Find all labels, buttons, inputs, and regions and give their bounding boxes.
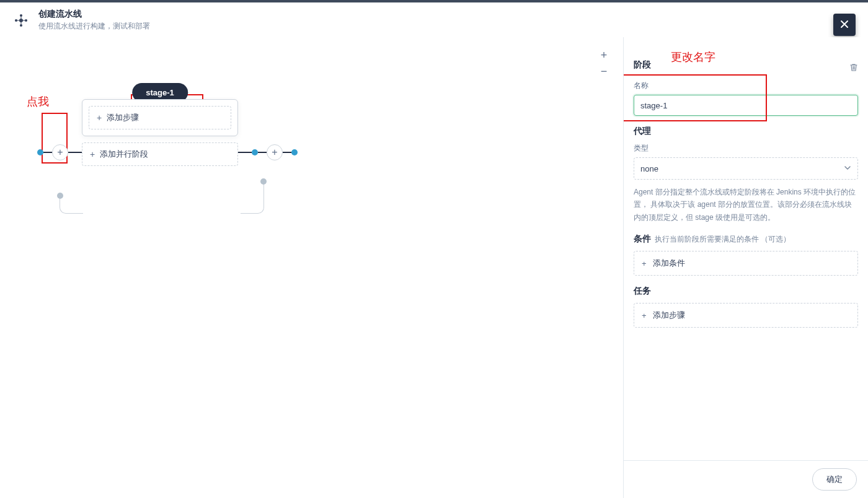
add-condition-label: 添加条件 xyxy=(653,258,685,269)
agent-description: Agent 部分指定整个流水线或特定阶段将在 Jenkins 环境中执行的位置，… xyxy=(634,186,858,224)
stage-name: stage-1 xyxy=(146,88,174,97)
zoom-in-button[interactable]: + xyxy=(596,47,612,63)
stage-settings-panel: 更改名字 阶段 名称 代理 类型 none Agent 部分指定整个流水线或特定… xyxy=(623,37,868,498)
plus-icon: + xyxy=(642,311,647,320)
connector-line xyxy=(238,152,252,153)
section-tasks-title: 任务 xyxy=(634,286,858,297)
add-step-panel-label: 添加步骤 xyxy=(653,310,685,321)
add-stage-before-button[interactable]: + xyxy=(52,144,68,160)
stage-name-input[interactable] xyxy=(634,95,858,116)
add-parallel-label: 添加并行阶段 xyxy=(100,149,148,160)
add-step-panel-button[interactable]: + 添加步骤 xyxy=(634,303,858,328)
chevron-down-icon xyxy=(844,164,851,173)
conditions-hint: 执行当前阶段所需要满足的条件 （可选） xyxy=(655,234,790,245)
plus-icon: + xyxy=(90,150,95,159)
annotation-click-me: 点我 xyxy=(27,94,49,109)
branch-connector-left xyxy=(60,195,83,214)
page-title: 创建流水线 xyxy=(38,9,150,20)
add-parallel-stage-button[interactable]: + 添加并行阶段 xyxy=(82,142,238,166)
add-condition-button[interactable]: + 添加条件 xyxy=(634,251,858,276)
connector-line xyxy=(43,152,52,153)
section-agent-title: 代理 xyxy=(634,126,858,137)
add-step-button[interactable]: + 添加步骤 xyxy=(89,106,231,129)
connector-line xyxy=(68,152,82,153)
svg-point-4 xyxy=(20,24,22,27)
stage-card: + 添加步骤 xyxy=(82,99,238,136)
zoom-out-button[interactable]: − xyxy=(596,63,612,79)
confirm-label: 确定 xyxy=(826,474,843,484)
close-button[interactable] xyxy=(833,14,856,36)
delete-stage-button[interactable] xyxy=(849,63,858,74)
type-field-label: 类型 xyxy=(634,143,858,154)
connector-line xyxy=(283,152,291,153)
plus-icon: + xyxy=(642,259,647,268)
page-subtitle: 使用流水线进行构建，测试和部署 xyxy=(38,21,150,32)
add-step-label: 添加步骤 xyxy=(107,112,139,123)
section-stage-title: 阶段 xyxy=(634,59,651,71)
confirm-button[interactable]: 确定 xyxy=(812,468,857,491)
trash-icon xyxy=(849,63,858,72)
svg-point-3 xyxy=(20,14,22,17)
agent-type-select[interactable]: none xyxy=(634,157,858,180)
end-node xyxy=(291,149,298,155)
selected-type-value: none xyxy=(640,164,658,173)
start-node xyxy=(37,149,43,155)
connector-dot xyxy=(57,193,63,199)
connector-line xyxy=(258,152,267,153)
svg-point-2 xyxy=(25,19,27,22)
connector-dot xyxy=(260,178,267,185)
pipeline-canvas[interactable]: + − 点我 + stage-1 + xyxy=(0,37,623,498)
svg-point-1 xyxy=(15,19,17,22)
add-stage-after-button[interactable]: + xyxy=(267,144,283,160)
svg-point-0 xyxy=(19,19,23,22)
name-field-label: 名称 xyxy=(634,81,858,91)
plus-icon: + xyxy=(97,113,102,122)
modal-header: 创建流水线 使用流水线进行构建，测试和部署 xyxy=(0,2,868,41)
connector-node xyxy=(252,149,258,155)
branch-connector-right xyxy=(241,181,264,214)
close-icon xyxy=(839,19,849,31)
section-conditions-title: 条件 xyxy=(634,234,651,245)
pipeline-icon xyxy=(12,12,30,29)
